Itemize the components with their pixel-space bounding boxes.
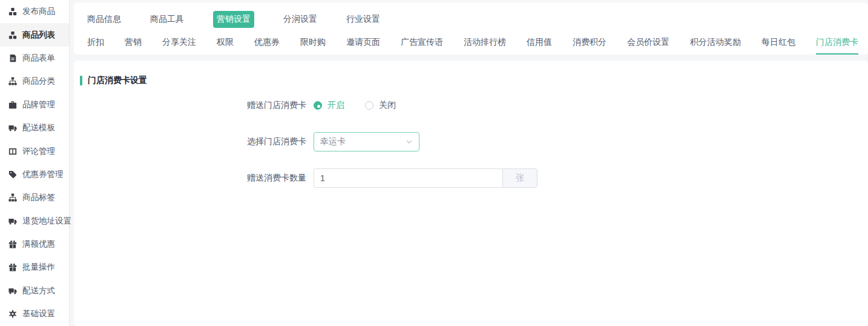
radio-on-label: 开启	[327, 100, 344, 111]
subtab-折扣[interactable]: 折扣	[87, 30, 104, 55]
tab-行业设置[interactable]: 行业设置	[346, 14, 380, 25]
subtab-优惠券[interactable]: 优惠券	[254, 30, 280, 55]
store-card-form: 赠送门店消费卡 开启 关闭 选择门店消费卡 幸运卡	[74, 96, 868, 188]
columns-icon	[8, 147, 17, 156]
file-icon	[8, 53, 17, 62]
radio-unchecked-icon	[365, 101, 373, 110]
gift-icon	[8, 240, 17, 249]
gift-switch-label: 赠送门店消费卡	[74, 100, 314, 111]
subtab-每日红包[interactable]: 每日红包	[761, 30, 795, 55]
sidebar-item-配送方式[interactable]: 配送方式	[0, 279, 69, 302]
sidebar-item-label: 配送方式	[22, 285, 55, 296]
subtab-信用值[interactable]: 信用值	[527, 30, 552, 55]
section-title: 门店消费卡设置	[88, 75, 147, 86]
sidebar-item-label: 满额优惠	[22, 239, 55, 250]
form-row-gift-switch: 赠送门店消费卡 开启 关闭	[74, 96, 868, 115]
radio-checked-icon	[314, 101, 322, 110]
subtab-邀请页面[interactable]: 邀请页面	[346, 30, 380, 55]
sidebar-item-label: 商品标签	[22, 192, 55, 203]
gear-icon	[8, 310, 17, 319]
truck-icon	[8, 216, 17, 225]
sidebar-item-基础设置[interactable]: 基础设置	[0, 302, 69, 325]
subtab-消费积分[interactable]: 消费积分	[573, 30, 607, 55]
sitemap-icon	[8, 193, 17, 202]
sidebar-item-批量操作[interactable]: 批量操作	[0, 256, 69, 279]
tab-商品信息[interactable]: 商品信息	[87, 14, 121, 25]
quantity-unit: 张	[502, 168, 538, 188]
sidebar-item-满额优惠[interactable]: 满额优惠	[0, 233, 69, 256]
cubes-icon	[8, 7, 17, 16]
card-select-label: 选择门店消费卡	[74, 136, 314, 147]
radio-off-label: 关闭	[379, 100, 396, 111]
subtab-积分活动奖励[interactable]: 积分活动奖励	[690, 30, 741, 55]
section-accent-bar	[80, 76, 82, 85]
quantity-label: 赠送消费卡数量	[74, 173, 314, 184]
cubes-icon	[8, 30, 17, 39]
tab-分润设置[interactable]: 分润设置	[283, 14, 317, 25]
sidebar-item-品牌管理[interactable]: 品牌管理	[0, 93, 69, 116]
gift-icon	[8, 263, 17, 272]
tags-icon	[8, 170, 17, 179]
sidebar-item-配送模板[interactable]: 配送模板	[0, 116, 69, 139]
sidebar-item-商品标签[interactable]: 商品标签	[0, 186, 69, 209]
sidebar-item-退货地址设置[interactable]: 退货地址设置	[0, 210, 69, 233]
subtab-权限[interactable]: 权限	[217, 30, 234, 55]
sidebar-item-label: 退货地址设置	[22, 216, 71, 227]
gift-switch-radio-group: 开启 关闭	[314, 100, 396, 111]
tab-营销设置[interactable]: 营销设置	[213, 11, 254, 28]
sidebar-item-label: 评论管理	[22, 146, 55, 157]
truck-icon	[8, 286, 17, 295]
subtab-限时购[interactable]: 限时购	[300, 30, 326, 55]
sidebar-item-优惠券管理[interactable]: 优惠券管理	[0, 163, 69, 186]
main-tabs: 商品信息商品工具营销设置分润设置行业设置	[74, 8, 868, 30]
subtab-会员价设置[interactable]: 会员价设置	[627, 30, 669, 55]
subtab-活动排行榜[interactable]: 活动排行榜	[464, 30, 506, 55]
sidebar: 发布商品商品列表商品表单商品分类品牌管理配送模板评论管理优惠券管理商品标签退货地…	[0, 0, 70, 326]
radio-option-on[interactable]: 开启	[314, 100, 344, 111]
briefcase-icon	[8, 100, 17, 109]
sidebar-item-label: 商品表单	[22, 53, 55, 64]
sidebar-item-商品表单[interactable]: 商品表单	[0, 47, 69, 70]
quantity-input-group: 张	[314, 168, 538, 188]
sub-tabs: 折扣营销分享关注权限优惠券限时购邀请页面广告宣传语活动排行榜信用值消费积分会员价…	[74, 30, 868, 55]
form-row-card-select: 选择门店消费卡 幸运卡	[74, 132, 868, 151]
sidebar-item-发布商品[interactable]: 发布商品	[0, 0, 69, 23]
sitemap-icon	[8, 77, 17, 86]
sidebar-item-商品分类[interactable]: 商品分类	[0, 70, 69, 93]
main-area: 商品信息商品工具营销设置分润设置行业设置 折扣营销分享关注权限优惠券限时购邀请页…	[74, 0, 868, 326]
subtab-营销[interactable]: 营销	[125, 30, 142, 55]
quantity-input[interactable]	[314, 168, 502, 188]
sidebar-item-商品列表[interactable]: 商品列表	[0, 23, 69, 46]
form-row-quantity: 赠送消费卡数量 张	[74, 168, 868, 188]
content-card: 门店消费卡设置 赠送门店消费卡 开启 关闭 选择门店消费卡	[74, 61, 868, 326]
subtab-广告宣传语[interactable]: 广告宣传语	[401, 30, 443, 55]
subtab-分享关注[interactable]: 分享关注	[162, 30, 196, 55]
sidebar-item-label: 优惠券管理	[22, 169, 64, 180]
sidebar-item-评论管理[interactable]: 评论管理	[0, 139, 69, 162]
tab-商品工具[interactable]: 商品工具	[150, 14, 184, 25]
section-header: 门店消费卡设置	[74, 75, 868, 86]
sidebar-item-label: 商品分类	[22, 76, 55, 87]
chevron-down-icon	[406, 138, 413, 145]
store-card-select[interactable]: 幸运卡	[314, 132, 419, 151]
tabs-card: 商品信息商品工具营销设置分润设置行业设置 折扣营销分享关注权限优惠券限时购邀请页…	[74, 2, 868, 55]
sidebar-item-label: 批量操作	[22, 262, 55, 273]
radio-option-off[interactable]: 关闭	[365, 100, 396, 111]
sidebar-item-label: 发布商品	[22, 6, 55, 17]
store-card-select-value: 幸运卡	[320, 136, 346, 147]
sidebar-item-label: 商品列表	[22, 30, 55, 41]
truck-icon	[8, 124, 17, 133]
sidebar-item-label: 品牌管理	[22, 99, 55, 110]
sidebar-item-label: 配送模板	[22, 122, 55, 133]
sidebar-item-label: 基础设置	[22, 308, 55, 319]
subtab-门店消费卡[interactable]: 门店消费卡	[816, 30, 858, 55]
